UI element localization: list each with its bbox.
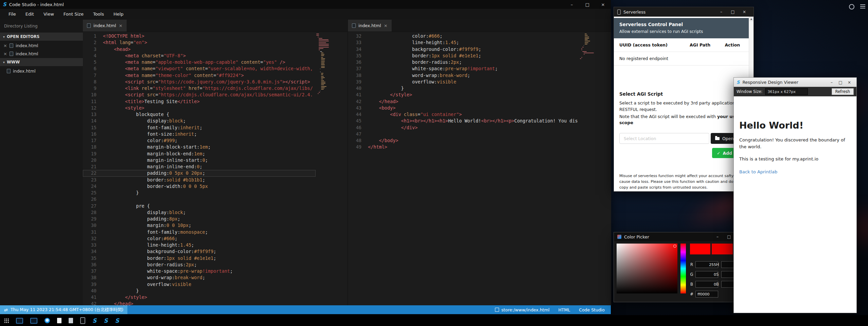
- minimize-button[interactable]: –: [712, 232, 723, 241]
- code-line[interactable]: 16 font-size:inherit;: [83, 131, 316, 137]
- saturation-field[interactable]: [617, 244, 677, 293]
- color-picker-titlebar[interactable]: Color Picker – □ ×: [614, 232, 750, 241]
- code-line[interactable]: 11 <title>Testing Site</title>: [83, 98, 316, 105]
- close-icon[interactable]: ×: [119, 23, 123, 28]
- restore-button[interactable]: □: [580, 0, 595, 9]
- code-line[interactable]: 8 <script src="https://code.jquery.com/j…: [83, 79, 316, 85]
- code-line[interactable]: 29 padding:8px;: [83, 216, 316, 222]
- code-line[interactable]: 28 display:block;: [83, 209, 316, 216]
- code-line[interactable]: 17 color:#999;: [83, 137, 316, 144]
- code-line[interactable]: 41 </style>: [83, 294, 316, 301]
- code-line[interactable]: 46 </div>: [348, 124, 579, 131]
- code-line[interactable]: 42 </head>: [83, 301, 316, 305]
- code-line[interactable]: 37 white-space:pre-wrap!important;: [348, 65, 579, 72]
- code-line[interactable]: 47: [348, 131, 579, 137]
- terminal-window-icon[interactable]: [30, 318, 37, 324]
- code-line[interactable]: 38 word-wrap:break-word;: [83, 274, 316, 281]
- code-studio-icon[interactable]: S: [115, 318, 119, 324]
- open-editors-header[interactable]: ▾ OPEN EDITORS: [0, 33, 83, 41]
- statusbar-datetime[interactable]: ⇄ Thu May 11 2023 21:54:48 GMT+0800 (台北標…: [0, 305, 127, 314]
- refresh-ring-icon[interactable]: [849, 4, 854, 9]
- menu-file[interactable]: File: [4, 9, 20, 19]
- code-line[interactable]: 32 color:#666;: [348, 33, 579, 39]
- code-line[interactable]: 41 </style>: [348, 92, 579, 98]
- main-titlebar[interactable]: S Code Studio - index.html – □ ×: [0, 0, 611, 9]
- scroll-up-icon[interactable]: ▲: [749, 17, 754, 21]
- maximize-button[interactable]: □: [723, 232, 735, 241]
- minimize-button[interactable]: –: [827, 78, 836, 87]
- code-line[interactable]: 34 background-color:#f9f9f9;: [83, 248, 316, 255]
- hue-slider[interactable]: [680, 244, 686, 293]
- code-line[interactable]: 4 <meta charset="UTF-8">: [83, 53, 316, 59]
- menu-help[interactable]: Help: [109, 9, 128, 19]
- code-line[interactable]: 15 font-family:inherit;: [83, 124, 316, 131]
- open-editor-item[interactable]: × index.html: [0, 42, 83, 50]
- refresh-button[interactable]: Refresh: [832, 88, 854, 95]
- tab-index-html[interactable]: index.html ×: [83, 20, 127, 32]
- menu-edit[interactable]: Edit: [21, 9, 38, 19]
- code-line[interactable]: 40 }: [348, 85, 579, 92]
- code-studio-icon[interactable]: S: [92, 318, 96, 324]
- code-line[interactable]: 37 white-space:pre-wrap!important;: [83, 268, 316, 274]
- code-line[interactable]: 30 margin:0 0 10px;: [83, 222, 316, 229]
- code-line[interactable]: 27 pre {: [83, 203, 316, 209]
- close-icon[interactable]: ×: [3, 52, 7, 56]
- code-line[interactable]: 7 <meta name="theme-color" content="#ff9…: [83, 72, 316, 79]
- code-line[interactable]: 32 color:#666;: [83, 235, 316, 242]
- code-line[interactable]: 36 border-radius:2px;: [348, 59, 579, 65]
- minimize-button[interactable]: –: [715, 7, 727, 17]
- text-file-icon[interactable]: [57, 318, 61, 323]
- open-editor-item[interactable]: × index.html: [0, 50, 83, 58]
- www-folder-header[interactable]: ▾ WWW: [0, 58, 83, 66]
- code-line[interactable]: 42 </head>: [348, 98, 579, 105]
- code-line[interactable]: 24 border-width:0 0 0 5px: [83, 183, 316, 190]
- code-line[interactable]: 31 font-family:monospace;: [83, 229, 316, 235]
- code-line[interactable]: 20 margin-inline-start:0;: [83, 157, 316, 164]
- code-line[interactable]: 39 overflow:visible: [348, 79, 579, 85]
- code-line[interactable]: 44 <div class="ui container">: [348, 111, 579, 118]
- tab-index-html[interactable]: index.html ×: [348, 20, 392, 32]
- editor-pane-right[interactable]: 32 color:#666;33 line-height:1.45;34 bac…: [348, 32, 611, 305]
- code-line[interactable]: 21 margin-inline-end:0;: [83, 164, 316, 170]
- editor-pane-left[interactable]: 1<!DOCTYPE html>2<html lang="en">3 <head…: [83, 32, 348, 305]
- statusbar-language[interactable]: HTML: [558, 307, 570, 312]
- code-line[interactable]: 45 <h1><br></h1><h1>Hello World!<br></h1…: [348, 118, 579, 124]
- code-line[interactable]: 5 <meta name="apple-mobile-web-app-capab…: [83, 59, 316, 65]
- code-studio-icon[interactable]: S: [104, 318, 108, 324]
- code-line[interactable]: 33 line-height:1.45;: [83, 242, 316, 248]
- code-line[interactable]: 2<html lang="en">: [83, 39, 316, 46]
- code-line[interactable]: 1<!DOCTYPE html>: [83, 33, 316, 39]
- tree-file-item[interactable]: index.html: [0, 67, 83, 75]
- minimap[interactable]: [580, 34, 592, 60]
- minimize-button[interactable]: –: [564, 0, 580, 9]
- document-icon[interactable]: [69, 318, 73, 323]
- code-line[interactable]: 18 margin-block-start:1em;: [83, 144, 316, 150]
- close-icon[interactable]: ×: [384, 23, 388, 28]
- menu-view[interactable]: View: [39, 9, 58, 19]
- minimap[interactable]: [316, 34, 329, 95]
- code-line[interactable]: 43 <body>: [348, 105, 579, 111]
- code-line[interactable]: 40 }: [83, 288, 316, 294]
- saturation-cursor[interactable]: [673, 245, 676, 248]
- code-line[interactable]: 14 display:block;: [83, 118, 316, 124]
- agi-location-input[interactable]: [619, 133, 709, 144]
- code-line[interactable]: 23 border:solid #b1b1b1;: [83, 177, 316, 183]
- green-input[interactable]: [695, 271, 718, 278]
- code-line[interactable]: 25 }: [83, 190, 316, 196]
- code-line[interactable]: 34 background-color:#f9f9f9;: [348, 46, 579, 53]
- close-button[interactable]: ×: [595, 0, 611, 9]
- close-button[interactable]: ×: [739, 7, 750, 17]
- previous-color-swatch[interactable]: [712, 244, 733, 254]
- current-color-swatch[interactable]: [690, 244, 710, 254]
- close-button[interactable]: ×: [845, 78, 854, 87]
- code-line[interactable]: 6 <meta name="viewport" content="user-sc…: [83, 65, 316, 72]
- code-line[interactable]: 38 word-wrap:break-word;: [348, 72, 579, 79]
- code-area[interactable]: 1<!DOCTYPE html>2<html lang="en">3 <head…: [83, 33, 316, 305]
- window-size-input[interactable]: [765, 88, 808, 95]
- code-line[interactable]: 9 <link rel="stylesheet" href="https://c…: [83, 85, 316, 92]
- code-line[interactable]: 26: [83, 196, 316, 203]
- blue-input[interactable]: [695, 281, 718, 288]
- code-line[interactable]: 13 blockquote {: [83, 111, 316, 118]
- code-line[interactable]: 35 border:1px solid #e1e1e1;: [348, 53, 579, 59]
- menu-icon[interactable]: [860, 4, 865, 8]
